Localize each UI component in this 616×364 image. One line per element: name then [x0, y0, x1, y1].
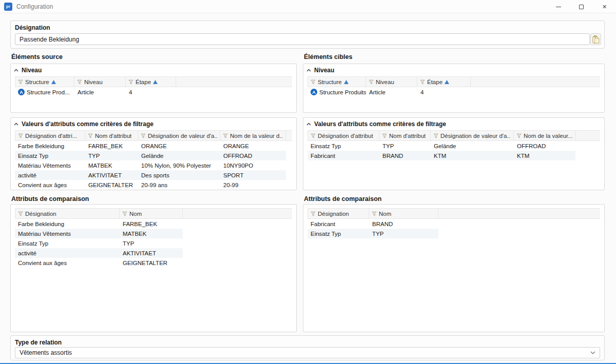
relation-type-value: Vêtements assortis	[20, 349, 590, 356]
column-header[interactable]: Désignation	[307, 209, 369, 218]
table-cell: Convient aux âges	[15, 180, 85, 190]
clipboard-icon	[592, 35, 600, 44]
relation-type-dropdown[interactable]: Vêtements assortis	[15, 347, 600, 358]
column-header[interactable]: Niveau	[366, 77, 417, 87]
table-row[interactable]: activitéAKTIVITAETDes sportsSPORT	[15, 170, 286, 180]
filter-icon	[128, 79, 133, 85]
column-header[interactable]: Désignation de valeur d'a...	[431, 131, 514, 140]
table-cell: FARBE_BEK	[120, 219, 183, 229]
table-row[interactable]: activitéAKTIVITAET	[15, 248, 183, 258]
sort-ascending-icon	[445, 80, 449, 84]
table-row[interactable]: AStructure Prod...Article4	[15, 87, 176, 97]
table-row[interactable]: Matériau VêtementsMATBEK	[15, 229, 183, 238]
table-cell: TYP	[85, 151, 138, 160]
target-niveau-section-header[interactable]: Niveau	[303, 64, 604, 75]
column-header[interactable]: Nom d'attribut	[379, 131, 431, 140]
table-cell: SPORT	[220, 170, 286, 180]
table-header-row: StructureNiveauÉtape	[307, 76, 600, 87]
column-header[interactable]: Étape	[126, 77, 176, 87]
table-cell: Article	[366, 87, 417, 97]
table-cell: FARBE_BEK	[85, 141, 138, 151]
table-row[interactable]: Farbe BekleidungFARBE_BEKORANGEORANGE	[15, 141, 286, 151]
column-header[interactable]: Désignation de valeur d'a...	[138, 131, 220, 140]
table-cell: 4	[417, 87, 471, 97]
column-header[interactable]: Nom d'attribut	[85, 131, 138, 140]
column-header[interactable]: Structure	[307, 77, 366, 87]
target-comparison-panel: DésignationNomFabricantBRANDEinsatz TypT…	[303, 204, 605, 332]
close-icon: ✕	[602, 4, 607, 10]
column-header[interactable]: Désignation d'attribut	[307, 131, 379, 140]
column-header[interactable]: Désignation d'attri...	[15, 131, 85, 140]
table-header-row: DésignationNom	[15, 208, 292, 219]
table-row[interactable]: Convient aux âgesGEIGNETALTER	[15, 258, 183, 268]
source-niveau-section-header[interactable]: Niveau	[11, 64, 296, 75]
table-cell: 10NY90PO	[220, 160, 286, 170]
table-row[interactable]: Einsatz TypTYPGeländeOFFROAD	[307, 141, 575, 151]
filter-icon	[141, 133, 146, 138]
designation-label: Désignation	[11, 21, 604, 33]
table-row[interactable]: AStructure ProduitsArticle4	[307, 87, 471, 97]
chevron-down-icon	[590, 351, 595, 354]
collapse-icon[interactable]	[306, 123, 311, 126]
table-row[interactable]: Einsatz TypTYP	[307, 229, 438, 238]
filter-icon	[420, 79, 425, 85]
table-header-row: DésignationNom	[307, 208, 600, 219]
column-header[interactable]: Nom	[120, 209, 183, 218]
table-row[interactable]: Convient aux âgesGEIGNETALTER20-99 ans20…	[15, 180, 286, 190]
close-button[interactable]: ✕	[593, 0, 616, 13]
table-cell: 10% Nylon, 90% Polyester	[138, 160, 220, 170]
filter-icon	[369, 79, 374, 85]
table-cell: AKTIVITAET	[85, 170, 138, 180]
table-cell: Farbe Bekleidung	[15, 219, 120, 229]
table-cell: Einsatz Typ	[15, 151, 85, 160]
designation-input[interactable]	[15, 33, 590, 45]
source-filter-panel: Valeurs d'attributs comme critères de fi…	[10, 117, 297, 190]
table-row[interactable]: Farbe BekleidungFARBE_BEK	[15, 219, 183, 229]
paste-button[interactable]	[590, 33, 601, 45]
table-cell: Gelände	[431, 141, 514, 151]
filter-icon	[122, 211, 127, 216]
table-cell: TYP	[120, 238, 183, 248]
sort-ascending-icon	[51, 80, 56, 84]
target-filter-panel: Valeurs d'attributs comme critères de fi…	[303, 117, 605, 190]
source-filter-section-header[interactable]: Valeurs d'attributs comme critères de fi…	[11, 118, 296, 129]
filter-icon	[77, 79, 82, 85]
column-header[interactable]: Structure	[15, 77, 74, 87]
table-row[interactable]: Einsatz TypTYP	[15, 238, 183, 248]
table-cell: ORANGE	[220, 141, 286, 151]
target-niveau-panel: Niveau StructureNiveauÉtapeAStructure Pr…	[303, 64, 605, 113]
target-comparison-heading: Attributs de comparaison	[304, 195, 381, 203]
maximize-button[interactable]	[570, 0, 593, 13]
column-header[interactable]: Nom	[369, 209, 438, 218]
filter-icon	[516, 133, 522, 138]
column-header[interactable]: Désignation	[15, 209, 120, 218]
collapse-icon[interactable]	[14, 69, 18, 72]
table-row[interactable]: FabricantBRANDKTMKTM	[307, 151, 575, 160]
column-header[interactable]: Nom de la valeur d...	[220, 131, 286, 140]
column-header[interactable]: Nom de la valeur...	[514, 131, 575, 140]
target-heading: Éléments cibles	[304, 53, 353, 60]
table-cell: AStructure Prod...	[15, 87, 74, 97]
filter-icon	[18, 133, 23, 138]
source-comparison-heading: Attributs de comparaison	[11, 195, 89, 203]
table-cell: BRAND	[379, 151, 431, 160]
app-icon: pr	[4, 3, 12, 11]
collapse-icon[interactable]	[14, 123, 18, 126]
section-title: Valeurs d'attributs comme critères de fi…	[22, 120, 153, 128]
column-header[interactable]: Niveau	[74, 77, 126, 87]
target-filter-section-header[interactable]: Valeurs d'attributs comme critères de fi…	[303, 118, 604, 129]
table-row[interactable]: Matériau VêtementsMATBEK10% Nylon, 90% P…	[15, 160, 286, 170]
column-header-filler	[471, 77, 600, 87]
minimize-button[interactable]	[547, 0, 570, 13]
filter-icon	[311, 211, 316, 216]
column-header[interactable]: Étape	[417, 77, 471, 87]
table-cell: TYP	[369, 229, 438, 238]
table-cell: TYP	[379, 141, 431, 151]
table-row[interactable]: Einsatz TypTYPGeländeOFFROAD	[15, 151, 286, 160]
table-cell: Convient aux âges	[15, 258, 120, 268]
table-cell: AKTIVITAET	[120, 248, 183, 258]
collapse-icon[interactable]	[306, 69, 311, 72]
table-cell: GEIGNETALTER	[120, 258, 183, 268]
target-comparison-table: DésignationNomFabricantBRANDEinsatz TypT…	[307, 208, 600, 238]
table-row[interactable]: FabricantBRAND	[307, 219, 438, 229]
